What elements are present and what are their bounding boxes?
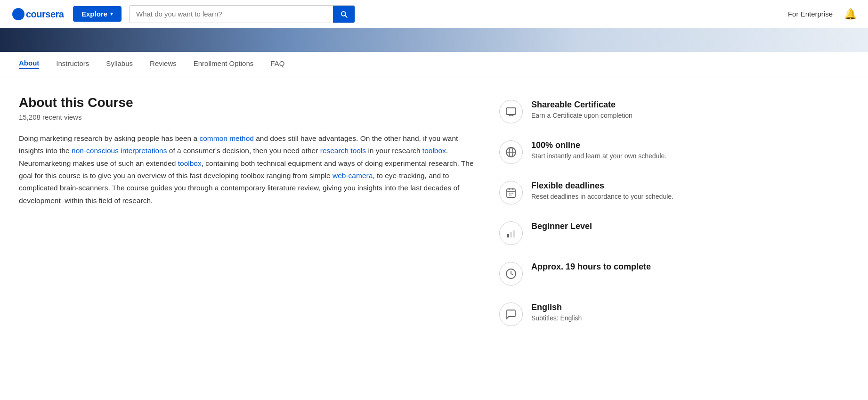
tab-about[interactable]: About	[19, 59, 39, 69]
logo[interactable]: coursera	[11, 7, 65, 21]
language-subtitle: Subtitles: English	[531, 314, 678, 322]
detail-language: English Subtitles: English	[499, 302, 678, 326]
level-text: Beginner Level	[531, 221, 678, 233]
hours-title: Approx. 19 hours to complete	[531, 262, 678, 272]
svg-text:coursera: coursera	[26, 9, 65, 19]
certificate-text: Shareable Certificate Earn a Certificate…	[531, 100, 678, 119]
course-title: About this Course	[19, 95, 480, 110]
deadlines-title: Flexible deadlines	[531, 181, 678, 191]
tab-faq[interactable]: FAQ	[270, 59, 284, 68]
svg-rect-15	[507, 234, 509, 237]
detail-level: Beginner Level	[499, 221, 678, 245]
header: coursera Explore ▾ For Enterprise 🔔	[0, 0, 868, 28]
clock-icon	[499, 262, 523, 286]
right-column: Shareable Certificate Earn a Certificate…	[499, 95, 678, 343]
header-right: For Enterprise 🔔	[788, 8, 857, 20]
coursera-logo-svg: coursera	[11, 7, 65, 21]
description-link-1[interactable]: common method	[199, 134, 253, 142]
tab-reviews[interactable]: Reviews	[150, 59, 177, 68]
tab-enrollment-options[interactable]: Enrollment Options	[194, 59, 254, 68]
online-text: 100% online Start instantly and learn at…	[531, 140, 678, 160]
globe-icon	[499, 140, 523, 164]
nav-tabs: About Instructors Syllabus Reviews Enrol…	[0, 52, 868, 76]
bar-chart-icon	[499, 221, 523, 245]
main-content: About this Course 15,208 recent views Do…	[0, 76, 848, 362]
notification-bell-icon[interactable]: 🔔	[844, 8, 857, 20]
description-link-4[interactable]: toolbox	[422, 147, 446, 155]
calendar-icon	[499, 181, 523, 204]
deadlines-text: Flexible deadlines Reset deadlines in ac…	[531, 181, 678, 200]
level-title: Beginner Level	[531, 221, 678, 231]
detail-hours: Approx. 19 hours to complete	[499, 262, 678, 286]
explore-label: Explore	[81, 10, 107, 18]
tab-syllabus[interactable]: Syllabus	[106, 59, 133, 68]
recent-views: 15,208 recent views	[19, 113, 480, 121]
svg-rect-2	[506, 108, 516, 114]
certificate-icon	[499, 100, 523, 123]
deadlines-subtitle: Reset deadlines in accordance to your sc…	[531, 193, 678, 200]
left-column: About this Course 15,208 recent views Do…	[19, 95, 480, 343]
detail-deadlines: Flexible deadlines Reset deadlines in ac…	[499, 181, 678, 204]
language-title: English	[531, 302, 678, 312]
search-icon	[340, 10, 348, 18]
course-description: Doing marketing research by asking peopl…	[19, 132, 480, 207]
search-input[interactable]	[130, 10, 333, 18]
svg-point-0	[12, 8, 24, 20]
language-text: English Subtitles: English	[531, 302, 678, 322]
certificate-subtitle: Earn a Certificate upon completion	[531, 112, 678, 119]
search-bar	[129, 5, 355, 23]
svg-rect-17	[513, 230, 515, 237]
chevron-down-icon: ▾	[110, 11, 113, 17]
svg-rect-16	[510, 232, 512, 237]
hours-text: Approx. 19 hours to complete	[531, 262, 678, 274]
tab-instructors[interactable]: Instructors	[56, 59, 89, 68]
chat-icon	[499, 302, 523, 326]
detail-online: 100% online Start instantly and learn at…	[499, 140, 678, 164]
search-button[interactable]	[333, 6, 355, 23]
description-link-3[interactable]: research tools	[320, 147, 366, 155]
certificate-title: Shareable Certificate	[531, 100, 678, 110]
online-title: 100% online	[531, 140, 678, 150]
online-subtitle: Start instantly and learn at your own sc…	[531, 152, 678, 160]
detail-certificate: Shareable Certificate Earn a Certificate…	[499, 100, 678, 123]
blue-banner	[0, 28, 868, 52]
description-link-5[interactable]: toolbox	[178, 159, 202, 167]
description-link-2[interactable]: non-conscious interpretations	[72, 147, 167, 155]
explore-button[interactable]: Explore ▾	[73, 6, 122, 22]
for-enterprise-link[interactable]: For Enterprise	[788, 10, 833, 18]
description-link-6[interactable]: web-camera	[333, 171, 373, 180]
